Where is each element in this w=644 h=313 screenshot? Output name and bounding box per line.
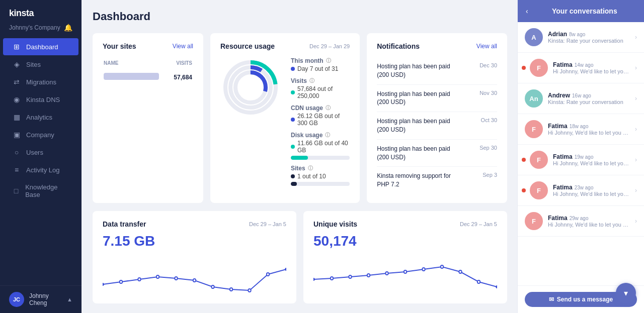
conversation-time: 18w ago <box>570 124 589 129</box>
svg-point-14 <box>248 289 251 292</box>
main-content: Dashboard Your sites View all NAME VISIT… <box>82 0 517 313</box>
site-visits-cell: 57,684 <box>170 69 192 85</box>
notifications-view-all[interactable]: View all <box>476 43 497 50</box>
chevron-right-icon: › <box>635 64 637 71</box>
conversation-preview: Hi Johnny, We'd like to let you know tha… <box>553 68 630 74</box>
conversation-item[interactable]: A Adrian 8w ago Kinsta: Rate your conver… <box>518 22 644 53</box>
notification-item: Kinsta removing support for PHP 7.2 Sep … <box>377 167 497 194</box>
svg-point-13 <box>230 288 232 291</box>
chevron-right-icon: › <box>635 34 637 41</box>
unique-visits-date: Dec 29 – Jan 5 <box>460 221 497 227</box>
sidebar-item-analytics[interactable]: ▦ Analytics <box>3 109 78 126</box>
cdn-value: 26.12 GB out of 300 GB <box>291 113 350 127</box>
notif-date: Dec 30 <box>479 62 497 68</box>
notification-item: Hosting plan has been paid (200 USD) Dec… <box>377 57 497 85</box>
svg-point-9 <box>156 275 159 278</box>
chevron-up-icon[interactable]: ▲ <box>67 296 72 302</box>
donut-chart <box>220 57 281 118</box>
sidebar-item-users[interactable]: ○ Users <box>3 144 78 161</box>
logo-text: kinsta <box>9 8 34 19</box>
notif-date: Sep 3 <box>482 172 497 178</box>
this-month-label: This month ⓘ <box>291 57 350 64</box>
conversations-title: Your conversations <box>533 7 636 15</box>
sidebar-item-label: Dashboard <box>26 43 58 51</box>
conversation-item[interactable]: F Fatima 29w ago Hi Johnny, We'd like to… <box>518 206 644 237</box>
conversation-info: Fatima 23w ago Hi Johnny, We'd like to l… <box>553 184 630 197</box>
notification-bell-icon[interactable]: 🔔 <box>64 24 72 32</box>
sites-value: 1 out of 10 <box>291 173 350 180</box>
bottom-cards-row: Data transfer Dec 29 – Jan 5 7.15 GB <box>93 211 507 303</box>
avatar: F <box>525 212 543 230</box>
conversation-preview: Hi Johnny, We'd like to let you know tha… <box>553 191 630 197</box>
resource-content: This month ⓘ Day 7 out of 31 Visits ⓘ <box>220 57 350 186</box>
cdn-stat: CDN usage ⓘ 26.12 GB out of 300 GB <box>291 105 350 127</box>
conversation-item[interactable]: F Fatima 14w ago Hi Johnny, We'd like to… <box>518 53 644 83</box>
conversation-info: Fatima 29w ago Hi Johnny, We'd like to l… <box>548 215 630 228</box>
knowledge-base-icon: □ <box>12 187 20 195</box>
disk-info-icon[interactable]: ⓘ <box>325 132 330 139</box>
sidebar-item-sites[interactable]: ◈ Sites <box>3 56 78 73</box>
conversation-item[interactable]: F Fatima 18w ago Hi Johnny, We'd like to… <box>518 114 644 145</box>
data-transfer-svg <box>103 254 286 294</box>
chevron-right-icon: › <box>635 126 637 133</box>
conversations-back-button[interactable]: ‹ <box>526 7 528 15</box>
sidebar-item-activity-log[interactable]: ≡ Activity Log <box>3 161 78 178</box>
svg-point-26 <box>477 280 480 283</box>
svg-point-27 <box>496 285 497 288</box>
sidebar-item-knowledge-base[interactable]: □ Knowledge Base <box>3 179 78 203</box>
dot-teal2-icon <box>291 145 295 149</box>
page-title: Dashboard <box>93 10 507 23</box>
conversation-item[interactable]: F Fatima 19w ago Hi Johnny, We'd like to… <box>518 145 644 175</box>
avatar: A <box>525 28 543 46</box>
notif-date: Oct 30 <box>481 117 497 123</box>
svg-point-25 <box>459 270 461 273</box>
conversation-name: Adrian <box>548 31 567 38</box>
send-icon: ✉ <box>549 296 554 303</box>
analytics-icon: ▦ <box>12 113 21 121</box>
visits-stat: Visits ⓘ 57,684 out of 250,000 <box>291 77 350 99</box>
sidebar-item-kinsta-dns[interactable]: ◉ Kinsta DNS <box>3 91 78 108</box>
conversation-info: Andrew 16w ago Kinsta: Rate your convers… <box>548 92 630 105</box>
conversation-time: 19w ago <box>575 154 594 160</box>
sidebar-item-label: Company <box>26 131 54 139</box>
notif-date: Sep 30 <box>479 145 497 151</box>
data-transfer-title: Data transfer <box>103 220 146 228</box>
sites-info-icon[interactable]: ⓘ <box>308 165 313 172</box>
sites-stat: Sites ⓘ 1 out of 10 <box>291 165 350 186</box>
notifications-title: Notifications <box>377 42 420 50</box>
conversation-name: Fatima <box>548 215 568 222</box>
svg-point-24 <box>441 265 443 268</box>
unread-indicator <box>522 188 526 192</box>
info-icon[interactable]: ⓘ <box>326 57 331 64</box>
conversation-time: 14w ago <box>575 62 594 68</box>
sidebar-item-label: Analytics <box>26 114 52 121</box>
notifications-list: Hosting plan has been paid (200 USD) Dec… <box>377 57 497 194</box>
conversation-name: Andrew <box>548 92 570 99</box>
kinsta-dns-icon: ◉ <box>12 95 21 103</box>
unique-visits-card: Unique visits Dec 29 – Jan 5 50,174 <box>303 211 507 303</box>
your-sites-card-header: Your sites View all <box>103 42 193 50</box>
your-sites-view-all[interactable]: View all <box>173 43 193 50</box>
migrations-icon: ⇄ <box>12 78 21 86</box>
sidebar-item-migrations[interactable]: ⇄ Migrations <box>3 73 78 90</box>
sidebar-item-company[interactable]: ▣ Company <box>3 126 78 143</box>
notification-item: Hosting plan has been paid (200 USD) Sep… <box>377 140 497 167</box>
notification-item: Hosting plan has been paid (200 USD) Nov… <box>377 85 497 113</box>
notification-item: Hosting plan has been paid (200 USD) Oct… <box>377 112 497 140</box>
activity-log-icon: ≡ <box>12 166 21 174</box>
sidebar-item-dashboard[interactable]: ⊞ Dashboard <box>3 38 78 55</box>
visits-info-icon[interactable]: ⓘ <box>309 77 314 84</box>
visits-value: 57,684 out of 250,000 <box>291 85 350 99</box>
your-sites-card: Your sites View all NAME VISITS 57,684 <box>93 33 203 203</box>
sidebar-item-label: Migrations <box>26 78 56 86</box>
conversation-info: Adrian 8w ago Kinsta: Rate your conversa… <box>548 31 630 44</box>
conversation-item[interactable]: F Fatima 23w ago Hi Johnny, We'd like to… <box>518 175 644 206</box>
dot-blue-icon <box>291 67 295 71</box>
floating-chat-button[interactable]: ▾ <box>616 283 636 303</box>
logo-area: kinsta <box>0 0 82 23</box>
sidebar-item-label: Kinsta DNS <box>26 96 60 103</box>
resource-usage-date-range: Dec 29 – Jan 29 <box>309 43 350 49</box>
svg-point-17 <box>313 278 315 281</box>
cdn-info-icon[interactable]: ⓘ <box>326 105 331 112</box>
conversation-item[interactable]: An Andrew 16w ago Kinsta: Rate your conv… <box>518 83 644 114</box>
